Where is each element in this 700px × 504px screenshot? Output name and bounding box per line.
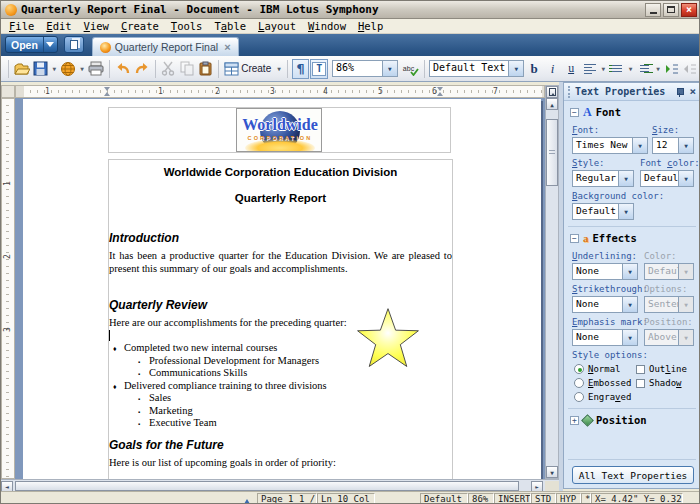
alignment-dropdown-arrow[interactable]: ▼ [599,65,607,72]
font-dropdown-arrow[interactable]: ▼ [632,138,647,153]
scroll-down-button[interactable]: ▼ [546,466,558,478]
export-dropdown-arrow[interactable]: ▼ [78,65,86,72]
company-logo[interactable]: Worldwide CORPORATION [236,108,322,152]
zoom-dropdown-arrow[interactable]: ▼ [382,61,397,76]
emphasis-mark-combobox[interactable]: None ▼ [572,329,638,346]
undo-button[interactable] [114,59,132,79]
strikethrough-dropdown-arrow[interactable]: ▼ [622,297,637,312]
menu-help[interactable]: Help [352,20,389,32]
document-tab[interactable]: Quarterly Report Final × [92,37,239,56]
spellcheck-button[interactable]: abc [402,59,420,79]
paste-button[interactable] [197,59,215,79]
menu-table[interactable]: Table [208,20,252,32]
paragraph-style-combobox[interactable]: Default Text ▼ [429,60,524,77]
italic-button[interactable]: i [544,59,562,79]
alignment-button[interactable] [581,59,599,79]
cut-button[interactable] [160,59,178,79]
radio-embossed[interactable] [574,378,584,388]
open-button[interactable]: Open [5,36,58,53]
size-dropdown-arrow[interactable]: ▼ [678,138,693,153]
background-dropdown-arrow[interactable]: ▼ [618,204,633,219]
expand-icon[interactable]: + [570,416,579,425]
open-dropdown-arrow[interactable] [43,37,57,52]
formatting-marks-button[interactable]: ¶ [292,59,310,79]
export-web-button[interactable] [59,59,77,79]
list-button[interactable] [608,59,626,79]
document-page[interactable]: Worldwide CORPORATION Worldwide Corporat… [23,99,541,479]
close-button[interactable]: × [681,3,697,17]
zoom-combobox[interactable]: 86% ▼ [332,60,398,77]
menu-window[interactable]: Window [302,20,352,32]
vertical-scroll-thumb[interactable] [546,119,558,186]
vertical-scrollbar[interactable]: ▲ ▼ [545,85,559,479]
position-section-header[interactable]: + Position [564,409,700,429]
create-dropdown-arrow[interactable]: ▼ [275,65,283,72]
checkbox-outline[interactable] [636,365,645,374]
open-file-button[interactable] [13,59,31,79]
pin-icon[interactable] [675,87,685,97]
menu-tools[interactable]: Tools [165,20,209,32]
status-selection-mode[interactable]: STD [531,493,556,504]
text-boundaries-button[interactable]: T [310,59,328,79]
font-size-combobox[interactable]: 12 ▼ [652,137,694,154]
font-section-header[interactable]: − A Font [564,101,700,121]
effects-section-header[interactable]: − a Effects [564,227,700,247]
horizontal-scrollbar[interactable]: ◄ ► [1,479,559,491]
emphasis-dropdown-arrow[interactable]: ▼ [622,330,637,345]
redo-button[interactable] [133,59,151,79]
underlining-dropdown-arrow[interactable]: ▼ [622,264,637,279]
bold-button[interactable]: b [525,59,543,79]
underline-button[interactable]: u [562,59,580,79]
scroll-up-button[interactable]: ▲ [546,98,558,110]
horizontal-scroll-thumb[interactable] [15,481,519,491]
panel-grip[interactable] [568,86,571,98]
copy-button[interactable] [178,59,196,79]
thumbnails-button[interactable] [64,36,84,53]
menu-edit[interactable]: Edit [40,20,77,32]
horizontal-ruler[interactable]: 1 1 2 3 4 5 6 7 [15,85,545,98]
save-dropdown-arrow[interactable]: ▼ [50,65,58,72]
ruler-number: 5 [378,87,383,96]
checkbox-shadow[interactable] [636,379,645,388]
collapse-icon[interactable]: − [570,234,579,243]
collapse-icon[interactable]: − [570,108,579,117]
strikethrough-combobox[interactable]: None ▼ [572,296,638,313]
style-dropdown-arrow[interactable]: ▼ [508,61,523,76]
increase-indent-button[interactable] [663,59,681,79]
list-dropdown-arrow[interactable]: ▼ [627,65,635,72]
style-dropdown-arrow[interactable]: ▼ [618,171,633,186]
spacing-dropdown-arrow[interactable]: ▼ [654,65,662,72]
line-spacing-icon [640,65,649,72]
create-button[interactable]: Create [223,59,274,79]
indent-marker-left[interactable] [104,87,111,96]
vertical-ruler[interactable]: 1 2 3 [1,98,15,479]
status-zoom[interactable]: 86% [468,493,494,504]
navigation-button[interactable] [546,86,558,98]
radio-engraved-label: Engraved [588,392,631,402]
status-hyperlink-mode[interactable]: HYP [556,493,581,504]
menu-create[interactable]: Create [115,20,165,32]
star-shape[interactable] [354,303,422,381]
panel-close-icon[interactable]: × [689,85,696,98]
tab-close-icon[interactable]: × [222,41,230,53]
font-style-combobox[interactable]: Regular ▼ [572,170,634,187]
maximize-button[interactable] [663,3,679,17]
font-color-dropdown-arrow[interactable]: ▼ [678,171,693,186]
background-color-combobox[interactable]: Default ▼ [572,203,634,220]
decrease-indent-button[interactable] [681,59,699,79]
font-color-combobox[interactable]: Default ▼ [640,170,694,187]
font-name-combobox[interactable]: Times New Roman ▼ [572,137,648,154]
menu-view[interactable]: View [78,20,115,32]
status-insert-mode[interactable]: INSERT [494,493,531,504]
radio-engraved[interactable] [574,392,584,402]
save-button[interactable] [32,59,50,79]
indent-marker-right[interactable] [437,87,444,96]
radio-normal[interactable] [574,364,584,374]
all-text-properties-button[interactable]: All Text Properties [572,466,694,484]
line-spacing-button[interactable] [636,59,654,79]
minimize-button[interactable] [645,3,661,17]
menu-layout[interactable]: Layout [252,20,302,32]
menu-file[interactable]: File [3,20,40,32]
underlining-combobox[interactable]: None ▼ [572,263,638,280]
print-button[interactable] [87,59,105,79]
